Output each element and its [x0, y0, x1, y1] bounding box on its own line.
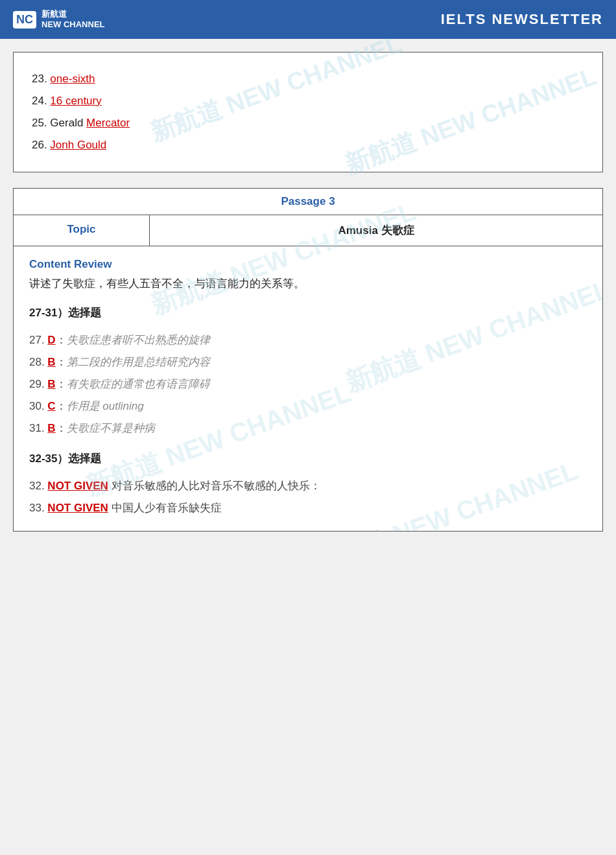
header-title: IELTS NEWSLETTER: [441, 11, 603, 28]
qa-item-32: 32. NOT GIVEN 对音乐敏感的人比对音乐不敏感的人快乐：: [29, 475, 587, 497]
logo-area: NC 新航道 NEW CHANNEL: [13, 9, 105, 29]
answer-item-24: 24. 16 century: [32, 90, 584, 112]
answer-item-23: 23. one-sixth: [32, 68, 584, 90]
passage3-header: Passage 3: [14, 189, 602, 215]
content-review-text: 讲述了失歌症，有些人五音不全，与语言能力的关系等。: [29, 275, 587, 292]
qa-num-33: 33.: [29, 502, 47, 514]
qa-num-31: 31.: [29, 422, 47, 434]
qa-colon-31: ：: [56, 422, 67, 434]
qa-answer-31: B: [47, 422, 55, 434]
qa-num-32: 32.: [29, 480, 47, 492]
logo-box: NC: [13, 11, 36, 29]
qa-item-27: 27. D：失歌症患者听不出熟悉的旋律: [29, 329, 587, 351]
answer-item-26: 26. Jonh Gould: [32, 134, 584, 156]
answer-num-24: 24.: [32, 95, 50, 107]
answer-num-23: 23.: [32, 73, 50, 85]
logo-text: 新航道 NEW CHANNEL: [41, 9, 105, 29]
answer-25-link: Mercator: [86, 117, 130, 129]
answer-23-link: one-sixth: [50, 73, 95, 85]
content-review-title: Content Review: [29, 258, 587, 271]
answer-box-23-26: 新航道 NEW CHANNEL 新航道 NEW CHANNEL 23. one-…: [13, 52, 603, 172]
qa-answer-33: NOT GIVEN: [47, 502, 108, 514]
topic-label: Topic: [14, 215, 150, 246]
answer-item-25: 25. Gerald Mercator: [32, 112, 584, 134]
main-content: 新航道 NEW CHANNEL 新航道 NEW CHANNEL 23. one-…: [0, 39, 616, 560]
qa-colon-30: ：: [56, 400, 67, 412]
qa-num-30: 30.: [29, 400, 47, 412]
qa-answer-29: B: [47, 378, 55, 390]
qa-item-31: 31. B：失歌症不算是种病: [29, 417, 587, 439]
answer-num-26: 26.: [32, 139, 50, 151]
qa-answer-32: NOT GIVEN: [47, 480, 108, 492]
qa-item-28: 28. B：第二段的作用是总结研究内容: [29, 351, 587, 373]
passage3-body: Content Review 讲述了失歌症，有些人五音不全，与语言能力的关系等。…: [14, 246, 602, 531]
answer-26-link: Jonh Gould: [50, 139, 106, 151]
passage3-box: 新航道 NEW CHANNEL 新航道 NEW CHANNEL 新航道 NEW …: [13, 188, 603, 532]
qa-answer-30: C: [47, 400, 55, 412]
qa-answer-28: B: [47, 356, 55, 368]
qa-num-29: 29.: [29, 378, 47, 390]
section1-heading: 27-31）选择题: [29, 305, 587, 320]
answer-24-link: 16 century: [50, 95, 101, 107]
qa-colon-28: ：: [56, 356, 67, 368]
qa-item-30: 30. C：作用是 outlining: [29, 395, 587, 417]
qa-colon-32: 对音乐敏感的人比对音乐不敏感的人快乐：: [108, 480, 321, 492]
topic-value: Amusia 失歌症: [150, 215, 602, 246]
answer-num-25: 25. Gerald: [32, 117, 86, 129]
logo-nc-text: NC: [16, 13, 33, 27]
qa-colon-27: ：: [56, 334, 67, 346]
section2-heading: 32-35）选择题: [29, 451, 587, 466]
qa-colon-29: ：: [56, 378, 67, 390]
qa-colon-33: 中国人少有音乐缺失症: [108, 502, 222, 514]
header: NC 新航道 NEW CHANNEL IELTS NEWSLETTER: [0, 0, 616, 39]
qa-num-28: 28.: [29, 356, 47, 368]
qa-answer-27: D: [47, 334, 55, 346]
qa-item-33: 33. NOT GIVEN 中国人少有音乐缺失症: [29, 497, 587, 519]
topic-row: Topic Amusia 失歌症: [14, 215, 602, 246]
qa-item-29: 29. B：有失歌症的通常也有语言障碍: [29, 373, 587, 395]
qa-num-27: 27.: [29, 334, 47, 346]
